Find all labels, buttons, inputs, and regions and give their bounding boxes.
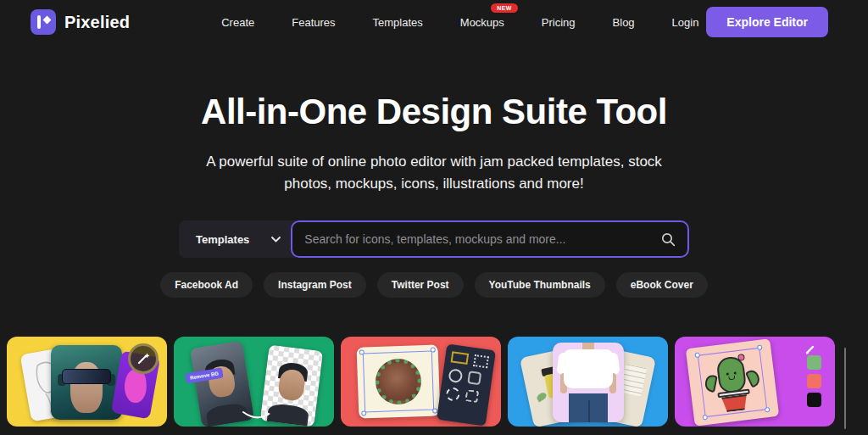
frames-options-panel bbox=[437, 343, 496, 426]
vr-goggles bbox=[62, 369, 111, 384]
explore-editor-button[interactable]: Explore Editor bbox=[706, 7, 828, 37]
showcase-card-ai-art[interactable] bbox=[7, 337, 167, 427]
magic-wand-badge bbox=[128, 343, 159, 374]
showcase-card-mockups[interactable] bbox=[508, 337, 668, 427]
brand-logo[interactable]: Pixelied bbox=[31, 9, 130, 35]
search-row: Templates bbox=[179, 220, 689, 258]
carousel-scrollbar[interactable] bbox=[844, 348, 846, 429]
showcase-card-frames[interactable] bbox=[341, 337, 501, 427]
category-dropdown[interactable]: Templates bbox=[179, 220, 296, 258]
illustration-canvas bbox=[686, 338, 779, 427]
nav-item-login[interactable]: Login bbox=[672, 16, 699, 29]
pencil-icon bbox=[804, 343, 816, 355]
swatch-coral bbox=[807, 374, 821, 388]
page-title: All-in-One Design Suite Tool bbox=[0, 92, 868, 132]
tag-twitter-post[interactable]: Twitter Post bbox=[377, 272, 464, 298]
hero-section: All-in-One Design Suite Tool A powerful … bbox=[0, 92, 868, 195]
search-input[interactable] bbox=[304, 232, 661, 246]
header: Pixelied Create Features Templates Mocku… bbox=[0, 0, 868, 44]
brand-name: Pixelied bbox=[64, 13, 130, 32]
tag-ebook-cover[interactable]: eBook Cover bbox=[616, 272, 708, 298]
tag-youtube-thumbnails[interactable]: YouTube Thumbnails bbox=[475, 272, 605, 298]
showcase-carousel: Remove BG bbox=[0, 337, 868, 427]
color-swatch-panel bbox=[807, 355, 821, 407]
category-selected-label: Templates bbox=[196, 233, 249, 246]
swoosh-arrow-icon bbox=[242, 410, 272, 421]
tag-instagram-post[interactable]: Instagram Post bbox=[264, 272, 366, 298]
quick-tags-row: Facebook Ad Instagram Post Twitter Post … bbox=[0, 272, 868, 298]
main-nav: Create Features Templates Mockups NEW Pr… bbox=[221, 16, 698, 29]
nav-item-templates[interactable]: Templates bbox=[373, 16, 423, 29]
magic-wand-icon bbox=[136, 351, 151, 366]
nav-item-mockups[interactable]: Mockups NEW bbox=[460, 16, 504, 29]
framed-photo-canvas bbox=[357, 344, 441, 418]
nav-item-features[interactable]: Features bbox=[292, 16, 335, 29]
showcase-card-illustrations[interactable] bbox=[675, 337, 835, 427]
swatch-green bbox=[807, 355, 821, 370]
tag-facebook-ad[interactable]: Facebook Ad bbox=[160, 272, 253, 298]
search-box bbox=[291, 220, 689, 258]
page-subtitle: A powerful suite of online photo editor … bbox=[203, 151, 665, 195]
chevron-down-icon bbox=[271, 237, 281, 243]
search-icon[interactable] bbox=[661, 232, 676, 247]
nav-item-pricing[interactable]: Pricing bbox=[542, 16, 576, 29]
new-badge: NEW bbox=[491, 3, 518, 13]
nav-item-create[interactable]: Create bbox=[221, 16, 254, 29]
pixelied-logo-icon bbox=[31, 9, 56, 35]
nav-item-blog[interactable]: Blog bbox=[613, 16, 635, 29]
tshirt-mockup bbox=[553, 343, 624, 422]
showcase-card-bg-remover[interactable]: Remove BG bbox=[174, 337, 334, 427]
swatch-black bbox=[807, 393, 821, 407]
